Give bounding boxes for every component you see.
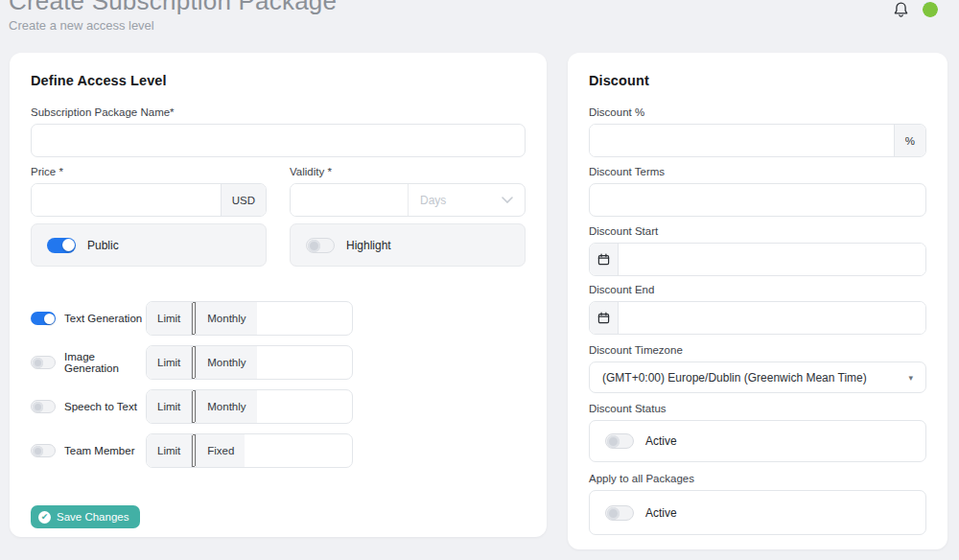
price-label: Price * bbox=[31, 166, 267, 177]
notifications-bell-icon[interactable] bbox=[893, 1, 909, 19]
public-toggle-box: Public bbox=[31, 223, 267, 267]
feature-row-team-member: Team Member Limit Fixed bbox=[31, 433, 526, 468]
discount-timezone-select[interactable]: (GMT+0:00) Europe/Dublin (Greenwich Mean… bbox=[589, 362, 926, 393]
discount-percent-input[interactable] bbox=[590, 125, 894, 156]
discount-start-label: Discount Start bbox=[589, 225, 926, 237]
public-toggle-label: Public bbox=[87, 239, 119, 252]
panel-heading: Discount bbox=[589, 74, 926, 88]
validity-unit-select[interactable]: Days bbox=[408, 184, 525, 216]
percent-suffix: % bbox=[894, 125, 925, 156]
discount-status-label: Discount Status bbox=[589, 403, 926, 414]
limit-prefix: Limit bbox=[147, 346, 192, 379]
package-name-input[interactable] bbox=[31, 124, 526, 157]
feature-row-speech-to-text: Speech to Text Limit Monthly bbox=[31, 389, 526, 424]
validity-input[interactable] bbox=[291, 184, 408, 216]
team-member-toggle[interactable] bbox=[31, 444, 56, 457]
discount-panel: Discount Discount % % Discount Terms Dis… bbox=[568, 53, 947, 549]
discount-status-toggle-label: Active bbox=[645, 434, 677, 448]
feature-label: Speech to Text bbox=[64, 401, 137, 412]
highlight-toggle-box: Highlight bbox=[290, 223, 526, 267]
brand-logo-icon[interactable] bbox=[922, 1, 939, 18]
calendar-icon bbox=[597, 312, 610, 324]
feature-label: Text Generation bbox=[64, 313, 142, 324]
chevron-down-icon bbox=[502, 197, 513, 203]
feature-label: Image Generation bbox=[64, 351, 146, 374]
public-toggle[interactable] bbox=[47, 238, 76, 253]
period-suffix: Monthly bbox=[196, 390, 256, 423]
discount-status-box: Active bbox=[589, 420, 926, 462]
text-generation-toggle[interactable] bbox=[31, 312, 56, 325]
save-changes-button[interactable]: ✔ Save Changes bbox=[31, 505, 140, 528]
panel-heading: Define Access Level bbox=[31, 74, 526, 88]
limit-prefix: Limit bbox=[147, 434, 192, 467]
discount-status-toggle[interactable] bbox=[605, 433, 634, 449]
feature-label: Team Member bbox=[64, 445, 135, 456]
calendar-icon bbox=[597, 253, 610, 266]
discount-end-input[interactable] bbox=[619, 302, 925, 334]
price-input[interactable] bbox=[32, 184, 221, 216]
feature-limits-section: Text Generation Limit Monthly Image Gene… bbox=[31, 301, 526, 468]
apply-all-toggle-label: Active bbox=[645, 506, 677, 520]
image-generation-toggle[interactable] bbox=[31, 356, 56, 369]
save-button-label: Save Changes bbox=[57, 511, 129, 523]
discount-end-label: Discount End bbox=[589, 284, 926, 295]
caret-down-icon: ▾ bbox=[908, 373, 913, 383]
limit-prefix: Limit bbox=[147, 302, 192, 335]
highlight-toggle-label: Highlight bbox=[346, 239, 391, 252]
page-subtitle: Create a new access level bbox=[9, 18, 154, 33]
check-icon: ✔ bbox=[38, 511, 51, 524]
package-name-label: Subscription Package Name* bbox=[31, 106, 526, 118]
apply-all-packages-label: Apply to all Packages bbox=[589, 473, 926, 484]
limit-prefix: Limit bbox=[147, 390, 192, 423]
discount-terms-input[interactable] bbox=[589, 183, 926, 217]
discount-percent-label: Discount % bbox=[589, 106, 926, 118]
discount-start-calendar-button[interactable] bbox=[590, 244, 619, 275]
highlight-toggle[interactable] bbox=[306, 238, 335, 253]
apply-all-packages-box: Active bbox=[589, 490, 926, 535]
period-suffix: Monthly bbox=[196, 302, 256, 335]
discount-end-calendar-button[interactable] bbox=[590, 302, 619, 334]
discount-terms-label: Discount Terms bbox=[589, 166, 926, 177]
define-access-level-panel: Define Access Level Subscription Package… bbox=[10, 53, 547, 537]
feature-row-text-generation: Text Generation Limit Monthly bbox=[31, 301, 526, 336]
price-currency-suffix: USD bbox=[221, 184, 266, 216]
apply-all-packages-toggle[interactable] bbox=[605, 505, 634, 521]
discount-start-input[interactable] bbox=[619, 244, 925, 275]
timezone-selected-value: (GMT+0:00) Europe/Dublin (Greenwich Mean… bbox=[602, 371, 867, 385]
period-suffix: Monthly bbox=[196, 346, 256, 379]
validity-unit-value: Days bbox=[420, 194, 446, 207]
speech-to-text-toggle[interactable] bbox=[31, 400, 56, 413]
feature-row-image-generation: Image Generation Limit Monthly bbox=[31, 345, 526, 380]
period-suffix: Fixed bbox=[196, 434, 245, 467]
validity-label: Validity * bbox=[290, 166, 526, 177]
page-title: Create Subscription Package bbox=[9, 0, 337, 16]
discount-timezone-label: Discount Timezone bbox=[589, 344, 926, 356]
